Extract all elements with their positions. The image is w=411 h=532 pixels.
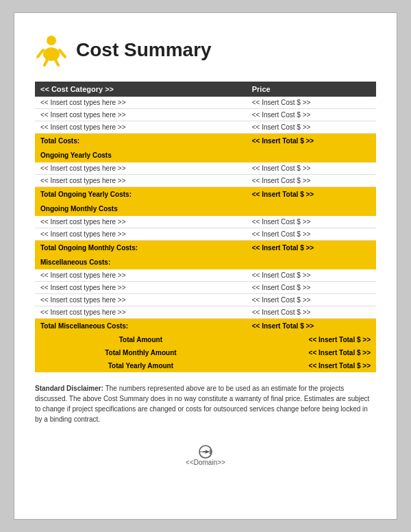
cost-category: << Insert cost types here >> <box>35 121 247 134</box>
total-yearly-value: << Insert Total $ >> <box>247 187 376 202</box>
ongoing-yearly-section: Ongoing Yearly Costs <box>35 148 376 162</box>
page: Cost Summary << Cost Category >> Price <… <box>14 12 397 520</box>
total-misc-value: << Insert Total $ >> <box>247 319 376 334</box>
total-yearly-row: Total Ongoing Yearly Costs: << Insert To… <box>35 187 376 202</box>
col-category-header: << Cost Category >> <box>35 82 247 97</box>
ongoing-monthly-section: Ongoing Monthly Costs <box>35 202 376 216</box>
cost-category: << Insert cost types here >> <box>35 97 247 109</box>
section-label: Ongoing Monthly Costs <box>35 202 376 216</box>
table-row: << Insert cost types here >> << Insert C… <box>35 269 376 282</box>
cost-category: << Insert cost types here >> <box>35 282 247 294</box>
total-misc-label: Total Miscellaneous Costs: <box>35 319 247 334</box>
misc-costs-section: Miscellaneous Costs: <box>35 255 376 269</box>
svg-line-4 <box>45 60 47 65</box>
page-title: Cost Summary <box>76 39 212 61</box>
total-monthly-value: << Insert Total $ >> <box>247 241 376 256</box>
table-row: << Insert cost types here >> << Insert C… <box>35 294 376 306</box>
summary-yearly-value: << Insert Total $ >> <box>247 359 376 372</box>
domain-icon <box>193 445 218 459</box>
summary-total-label: Total Amount <box>35 333 247 346</box>
footer-icon-container: <<Domain>> <box>35 445 376 466</box>
cost-category: << Insert cost types here >> <box>35 162 247 175</box>
cost-category: << Insert cost types here >> <box>35 306 247 319</box>
disclaimer: Standard Disclaimer: The numbers represe… <box>35 383 376 424</box>
disclaimer-title: Standard Disclaimer: <box>35 385 103 392</box>
cost-category: << Insert cost types here >> <box>35 216 247 228</box>
summary-yearly-label: Total Yearly Amount <box>35 359 247 372</box>
svg-point-0 <box>47 36 56 45</box>
table-row: << Insert cost types here >> << Insert C… <box>35 109 376 121</box>
cost-price: << Insert Cost $ >> <box>247 162 376 175</box>
total-costs-label: Total Costs: <box>35 134 247 149</box>
table-row: << Insert cost types here >> << Insert C… <box>35 282 376 294</box>
summary-total-value: << Insert Total $ >> <box>247 333 376 346</box>
summary-monthly-value: << Insert Total $ >> <box>247 346 376 359</box>
table-row: << Insert cost types here >> << Insert C… <box>35 216 376 228</box>
cost-price: << Insert Cost $ >> <box>247 269 376 282</box>
table-row: << Insert cost types here >> << Insert C… <box>35 175 376 187</box>
footer-label: <<Domain>> <box>186 459 225 466</box>
col-price-header: Price <box>247 82 376 97</box>
table-row: << Insert cost types here >> << Insert C… <box>35 97 376 109</box>
table-header-row: << Cost Category >> Price <box>35 82 376 97</box>
cost-category: << Insert cost types here >> <box>35 175 247 187</box>
cost-price: << Insert Cost $ >> <box>247 97 376 109</box>
cost-category: << Insert cost types here >> <box>35 228 247 241</box>
footer: <<Domain>> <box>35 445 376 466</box>
table-row: << Insert cost types here >> << Insert C… <box>35 306 376 319</box>
section-label: Ongoing Yearly Costs <box>35 148 376 162</box>
table-row: << Insert cost types here >> << Insert C… <box>35 228 376 241</box>
cost-price: << Insert Cost $ >> <box>247 216 376 228</box>
svg-line-2 <box>38 50 43 57</box>
summary-total-row: Total Amount << Insert Total $ >> <box>35 333 376 346</box>
table-row: << Insert cost types here >> << Insert C… <box>35 162 376 175</box>
total-monthly-row: Total Ongoing Monthly Costs: << Insert T… <box>35 241 376 256</box>
total-costs-row: Total Costs: << Insert Total $ >> <box>35 134 376 149</box>
total-costs-value: << Insert Total $ >> <box>247 134 376 149</box>
cost-price: << Insert Cost $ >> <box>247 306 376 319</box>
table-row: << Insert cost types here >> << Insert C… <box>35 121 376 134</box>
summary-yearly-row: Total Yearly Amount << Insert Total $ >> <box>35 359 376 372</box>
cost-price: << Insert Cost $ >> <box>247 228 376 241</box>
svg-point-1 <box>43 47 60 61</box>
cost-price: << Insert Cost $ >> <box>247 175 376 187</box>
cost-category: << Insert cost types here >> <box>35 269 247 282</box>
cost-category: << Insert cost types here >> <box>35 294 247 306</box>
summary-monthly-row: Total Monthly Amount << Insert Total $ >… <box>35 346 376 359</box>
total-monthly-label: Total Ongoing Monthly Costs: <box>35 241 247 256</box>
svg-line-5 <box>55 60 58 65</box>
header: Cost Summary <box>35 34 376 66</box>
summary-monthly-label: Total Monthly Amount <box>35 346 247 359</box>
cost-price: << Insert Cost $ >> <box>247 109 376 121</box>
cost-price: << Insert Cost $ >> <box>247 282 376 294</box>
cost-price: << Insert Cost $ >> <box>247 294 376 306</box>
section-label: Miscellaneous Costs: <box>35 255 376 269</box>
cost-table: << Cost Category >> Price << Insert cost… <box>35 82 376 372</box>
total-misc-row: Total Miscellaneous Costs: << Insert Tot… <box>35 319 376 334</box>
person-icon <box>35 34 68 66</box>
total-yearly-label: Total Ongoing Yearly Costs: <box>35 187 247 202</box>
cost-price: << Insert Cost $ >> <box>247 121 376 134</box>
svg-line-3 <box>60 50 65 57</box>
cost-category: << Insert cost types here >> <box>35 109 247 121</box>
